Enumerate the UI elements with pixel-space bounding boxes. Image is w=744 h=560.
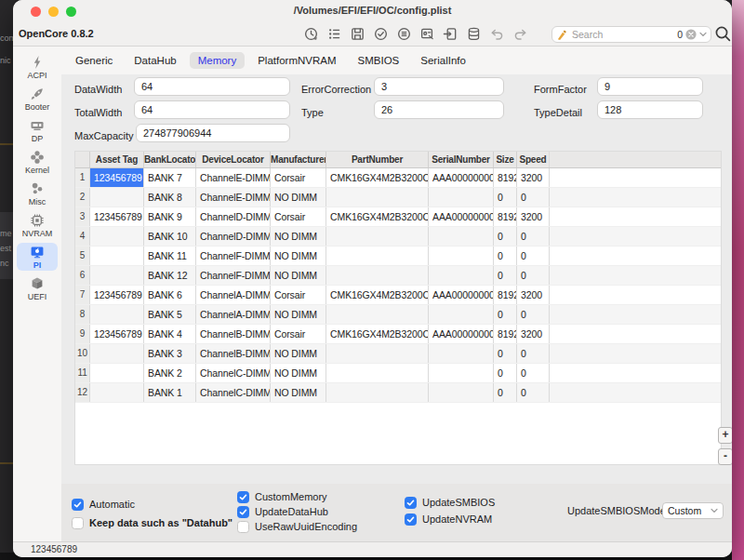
table-cell[interactable] xyxy=(90,344,144,363)
typedetail-input[interactable] xyxy=(597,100,703,119)
table-cell[interactable]: AAA000000003 xyxy=(429,286,494,304)
redo-icon[interactable] xyxy=(512,26,528,42)
table-row[interactable]: 1123456789BANK 7ChannelE-DIMM0CorsairCMK… xyxy=(75,168,721,188)
table-cell[interactable]: 0 xyxy=(494,247,517,265)
table-row[interactable]: 10BANK 3ChannelB-DIMM1NO DIMM00 xyxy=(75,344,721,364)
table-cell[interactable] xyxy=(326,364,429,382)
table-row[interactable]: 11BANK 2ChannelC-DIMM0NO DIMM00 xyxy=(75,364,721,383)
sidebar-item-kernel[interactable]: Kernel xyxy=(17,148,58,176)
check-circle-icon[interactable] xyxy=(373,26,389,42)
table-row[interactable]: 4BANK 10ChannelD-DIMM1NO DIMM00 xyxy=(75,227,721,247)
table-cell[interactable]: Corsair xyxy=(271,168,326,187)
table-cell[interactable] xyxy=(90,266,144,285)
table-cell[interactable]: ChannelD-DIMM0 xyxy=(196,207,271,226)
close-button[interactable] xyxy=(31,7,41,17)
checkbox[interactable] xyxy=(237,521,249,533)
table-row[interactable]: 6BANK 12ChannelF-DIMM1NO DIMM00 xyxy=(75,266,721,286)
row-number[interactable]: 4 xyxy=(75,227,90,246)
table-row[interactable]: 2BANK 8ChannelE-DIMM1NO DIMM00 xyxy=(75,188,721,207)
table-row[interactable]: 5BANK 11ChannelF-DIMM0NO DIMM00 xyxy=(75,247,721,266)
sidebar-item-acpi[interactable]: ACPI xyxy=(17,53,58,81)
table-cell[interactable] xyxy=(326,227,429,246)
datawidth-input[interactable] xyxy=(134,77,290,96)
table-cell[interactable]: BANK 8 xyxy=(144,188,196,207)
table-cell[interactable]: 0 xyxy=(494,227,517,246)
table-cell[interactable]: 123456789 xyxy=(90,168,144,187)
sidebar-item-pi[interactable]: PI xyxy=(17,243,58,271)
table-cell[interactable] xyxy=(326,247,429,265)
table-cell[interactable] xyxy=(429,266,494,285)
row-number[interactable]: 1 xyxy=(75,168,90,187)
sidebar-item-uefi[interactable]: UEFI xyxy=(17,274,58,302)
sidebar-item-misc[interactable]: Misc xyxy=(17,180,58,207)
table-cell[interactable]: ChannelF-DIMM0 xyxy=(196,247,271,265)
column-header[interactable]: Speed xyxy=(517,152,550,167)
table-cell[interactable]: ChannelF-DIMM1 xyxy=(196,266,271,285)
row-number[interactable]: 5 xyxy=(75,247,90,265)
checkbox[interactable] xyxy=(237,491,249,503)
table-cell[interactable]: BANK 4 xyxy=(144,325,196,343)
table-cell[interactable]: 0 xyxy=(494,344,517,363)
row-number[interactable]: 7 xyxy=(75,286,90,304)
table-cell[interactable]: ChannelB-DIMM1 xyxy=(196,344,271,363)
table-cell[interactable]: 0 xyxy=(494,383,517,402)
tab-generic[interactable]: Generic xyxy=(67,52,121,69)
totalwidth-input[interactable] xyxy=(134,100,290,119)
tab-datahub[interactable]: DataHub xyxy=(126,52,184,69)
table-row[interactable]: 12BANK 1ChannelC-DIMM1NO DIMM00 xyxy=(75,383,721,403)
table-cell[interactable]: NO DIMM xyxy=(271,383,326,402)
undo-icon[interactable] xyxy=(489,26,505,42)
sidebar-item-nvram[interactable]: NVRAM xyxy=(17,211,58,239)
table-cell[interactable]: 0 xyxy=(517,344,550,363)
checkbox[interactable] xyxy=(72,499,84,511)
table-cell[interactable] xyxy=(429,227,494,246)
search-box[interactable]: 0 xyxy=(551,26,711,43)
row-number[interactable]: 6 xyxy=(75,266,90,285)
table-cell[interactable]: 3200 xyxy=(517,286,550,304)
table-cell[interactable] xyxy=(326,266,429,285)
table-cell[interactable]: 0 xyxy=(517,364,550,382)
table-row[interactable]: 3123456789BANK 9ChannelD-DIMM0CorsairCMK… xyxy=(75,207,721,227)
table-cell[interactable]: ChannelA-DIMM1 xyxy=(196,305,271,324)
sidebar-item-dp[interactable]: DP xyxy=(17,116,58,144)
table-cell[interactable]: Corsair xyxy=(271,286,326,304)
search-input[interactable] xyxy=(572,29,677,40)
clock-history-icon[interactable] xyxy=(303,26,319,42)
table-cell[interactable]: NO DIMM xyxy=(271,247,326,265)
remove-row-button[interactable]: - xyxy=(718,448,732,465)
table-cell[interactable]: NO DIMM xyxy=(271,227,326,246)
table-row[interactable]: 9123456789BANK 4ChannelB-DIMM0CorsairCMK… xyxy=(75,325,721,344)
table-cell[interactable]: CMK16GX4M2B3200C16 xyxy=(326,286,429,304)
column-header[interactable] xyxy=(75,152,90,167)
minimize-button[interactable] xyxy=(48,7,59,17)
table-cell[interactable]: BANK 1 xyxy=(144,383,196,402)
table-cell[interactable]: 3200 xyxy=(517,168,550,187)
table-cell[interactable] xyxy=(429,383,494,402)
table-cell[interactable] xyxy=(90,383,144,402)
table-cell[interactable] xyxy=(429,305,494,324)
table-cell[interactable]: ChannelE-DIMM1 xyxy=(196,188,271,207)
row-number[interactable]: 10 xyxy=(75,344,90,363)
table-cell[interactable]: AAA000000001 xyxy=(429,168,494,187)
checkbox[interactable] xyxy=(72,517,84,529)
table-cell[interactable] xyxy=(326,188,429,207)
table-row[interactable]: 7123456789BANK 6ChannelA-DIMM0CorsairCMK… xyxy=(75,286,721,305)
table-cell[interactable]: NO DIMM xyxy=(271,305,326,324)
table-cell[interactable]: ChannelE-DIMM0 xyxy=(196,168,271,187)
table-cell[interactable]: 0 xyxy=(517,227,550,246)
table-cell[interactable]: 0 xyxy=(517,383,550,402)
table-cell[interactable] xyxy=(90,247,144,265)
table-cell[interactable]: BANK 9 xyxy=(144,207,196,226)
table-cell[interactable]: 0 xyxy=(517,305,550,324)
table-cell[interactable]: BANK 10 xyxy=(144,227,196,246)
column-header[interactable]: BankLocator xyxy=(144,152,196,167)
table-cell[interactable]: 123456789 xyxy=(90,286,144,304)
table-cell[interactable] xyxy=(429,344,494,363)
table-cell[interactable]: CMK16GX4M2B3200C16 xyxy=(326,207,429,226)
table-cell[interactable] xyxy=(429,247,494,265)
row-number[interactable]: 3 xyxy=(75,207,90,226)
add-row-button[interactable]: + xyxy=(718,427,732,444)
table-cell[interactable]: CMK16GX4M2B3200C16 xyxy=(326,168,429,187)
table-cell[interactable]: BANK 11 xyxy=(144,247,196,265)
table-cell[interactable]: NO DIMM xyxy=(271,344,326,363)
